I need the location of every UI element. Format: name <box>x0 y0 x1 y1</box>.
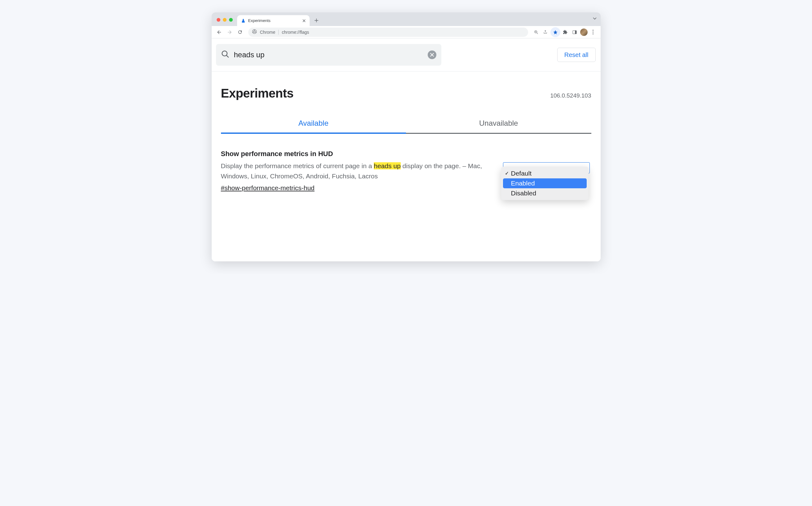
reload-button[interactable] <box>236 28 244 36</box>
option-disabled-label: Disabled <box>511 189 536 197</box>
flags-page: Reset all Experiments 106.0.5249.103 Ava… <box>212 38 601 261</box>
address-url: chrome://flags <box>282 30 309 35</box>
zoom-icon[interactable] <box>532 28 540 36</box>
profile-avatar[interactable] <box>580 28 588 36</box>
flag-link[interactable]: #show-performance-metrics-hud <box>221 184 314 191</box>
option-enabled[interactable]: Enabled <box>503 178 587 188</box>
browser-toolbar: Chrome chrome://flags <box>212 26 601 38</box>
flag-select-popup: ✓ Default Enabled Disabled <box>501 167 589 200</box>
flags-search-input[interactable] <box>234 51 423 59</box>
back-button[interactable] <box>215 28 223 36</box>
page-title: Experiments <box>221 86 294 100</box>
search-icon <box>221 50 230 60</box>
heading-row: Experiments 106.0.5249.103 <box>212 72 601 100</box>
close-window-button[interactable] <box>217 18 220 22</box>
address-divider <box>278 30 279 35</box>
extensions-icon[interactable] <box>561 28 570 36</box>
tabs-overflow-icon[interactable] <box>593 16 597 22</box>
tab-available[interactable]: Available <box>221 119 406 134</box>
clear-search-icon[interactable] <box>428 51 436 59</box>
chrome-version: 106.0.5249.103 <box>550 92 591 99</box>
tab-strip: Experiments <box>212 12 601 26</box>
reset-all-button[interactable]: Reset all <box>557 48 596 62</box>
flag-dropdown[interactable]: ✓ Default Enabled Disabled <box>503 162 591 173</box>
window-controls <box>217 18 233 22</box>
flag-description: Display the performance metrics of curre… <box>221 161 491 181</box>
flag-tabs: Available Unavailable <box>212 119 601 134</box>
chrome-icon <box>252 29 257 35</box>
option-disabled[interactable]: Disabled <box>503 188 587 198</box>
new-tab-button[interactable] <box>312 16 321 25</box>
option-enabled-label: Enabled <box>511 180 535 187</box>
svg-rect-4 <box>575 30 577 34</box>
close-tab-icon[interactable] <box>302 18 306 23</box>
bookmark-star-icon[interactable] <box>550 27 560 37</box>
tab-title: Experiments <box>248 18 299 23</box>
side-panel-icon[interactable] <box>570 28 579 36</box>
option-default[interactable]: ✓ Default <box>503 168 587 178</box>
flag-title: Show performance metrics in HUD <box>221 150 491 158</box>
toolbar-right <box>532 27 598 37</box>
forward-button[interactable] <box>225 28 234 36</box>
flag-desc-highlight: heads up <box>374 162 400 169</box>
browser-window: Experiments Chrome chrome://fl <box>212 12 601 261</box>
kebab-menu-icon[interactable] <box>589 28 598 36</box>
address-bar[interactable]: Chrome chrome://flags <box>248 27 528 37</box>
flag-item: Show performance metrics in HUD Display … <box>212 134 601 192</box>
flags-search-box[interactable] <box>216 44 441 66</box>
flag-text: Show performance metrics in HUD Display … <box>221 150 491 192</box>
tab-unavailable[interactable]: Unavailable <box>406 119 591 134</box>
option-default-label: Default <box>511 170 532 177</box>
fullscreen-window-button[interactable] <box>229 18 233 22</box>
flask-icon <box>241 18 246 23</box>
minimize-window-button[interactable] <box>223 18 227 22</box>
svg-point-1 <box>253 31 255 32</box>
search-row: Reset all <box>212 38 601 72</box>
flag-desc-before: Display the performance metrics of curre… <box>221 162 374 169</box>
browser-tab[interactable]: Experiments <box>237 15 310 26</box>
check-icon: ✓ <box>505 170 509 176</box>
address-prefix: Chrome <box>260 30 276 35</box>
share-icon[interactable] <box>541 28 550 36</box>
